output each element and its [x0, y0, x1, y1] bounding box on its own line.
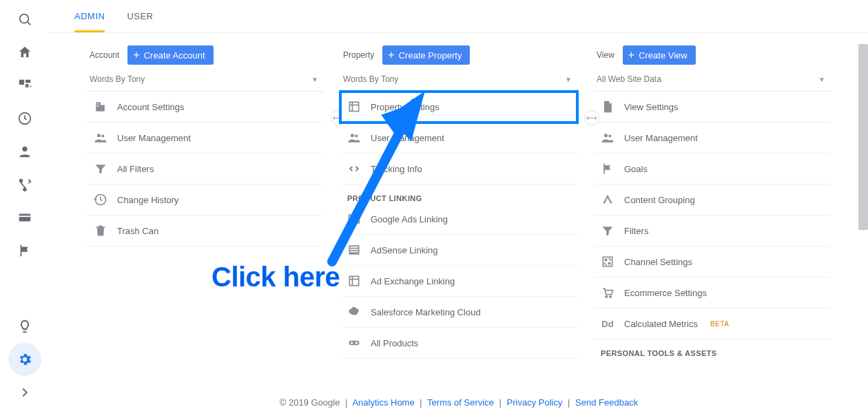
plus-icon: +: [388, 50, 394, 61]
account-selector-value: Words By Tony: [90, 74, 145, 84]
search-icon[interactable]: [8, 3, 41, 36]
collapse-pill-icon[interactable]: ⟷: [584, 110, 599, 125]
svg-line-1: [28, 22, 30, 25]
conversion-icon[interactable]: [8, 168, 41, 201]
people-icon: [601, 131, 614, 145]
user-management-item[interactable]: User Management: [340, 123, 577, 154]
tab-user[interactable]: USER: [127, 0, 153, 32]
footer-link-feedback[interactable]: Send Feedback: [575, 397, 638, 408]
create-property-button[interactable]: +Create Property: [382, 45, 470, 65]
svg-point-21: [351, 134, 354, 137]
svg-point-0: [20, 14, 29, 23]
salesforce-icon: [347, 305, 361, 319]
code-icon: [347, 162, 361, 176]
svg-rect-11: [19, 216, 31, 217]
user-management-item[interactable]: User Management: [87, 123, 324, 154]
people-icon: [94, 131, 107, 145]
account-column: Account +Create Account Words By Tony ▼ …: [87, 45, 324, 409]
adsense-icon: [347, 243, 361, 257]
svg-rect-13: [101, 105, 105, 112]
product-linking-heading: PRODUCT LINKING: [340, 185, 577, 204]
item-label: Ecommerce Settings: [624, 288, 707, 298]
filters-item[interactable]: Filters: [594, 216, 831, 247]
file-icon: [601, 100, 614, 114]
svg-rect-4: [25, 84, 29, 87]
change-history-item[interactable]: Change History: [87, 185, 324, 216]
all-products-item[interactable]: All Products: [340, 328, 577, 359]
footer: © 2019 Google | Analytics Home | Terms o…: [50, 393, 868, 408]
svg-rect-10: [19, 214, 31, 222]
person-icon[interactable]: [8, 135, 41, 168]
dd-icon: Dd: [601, 317, 614, 331]
create-account-label: Create Account: [144, 50, 205, 61]
create-account-button[interactable]: +Create Account: [127, 45, 213, 65]
footer-link-analytics-home[interactable]: Analytics Home: [352, 397, 414, 408]
history-icon: [94, 193, 107, 207]
account-selector[interactable]: Words By Tony ▼: [87, 70, 324, 92]
svg-text:+: +: [29, 83, 32, 90]
svg-point-38: [605, 259, 607, 261]
item-label: User Management: [117, 133, 191, 143]
caret-down-icon: ▼: [311, 76, 318, 83]
create-property-label: Create Property: [399, 50, 462, 61]
item-label: Ad Exchange Linking: [371, 276, 455, 286]
tracking-info-item[interactable]: Tracking Info: [340, 154, 577, 185]
clock-icon[interactable]: [8, 102, 41, 135]
home-icon[interactable]: [8, 36, 41, 69]
property-settings-item[interactable]: Property Settings: [340, 92, 577, 123]
channel-settings-item[interactable]: Channel Settings: [594, 247, 831, 277]
property-icon: [347, 100, 361, 114]
discover-icon[interactable]: [8, 310, 41, 343]
building-icon: [94, 100, 107, 114]
view-label: View: [597, 50, 614, 60]
people-icon: [347, 131, 361, 145]
adexchange-icon: [347, 274, 361, 288]
plus-icon: +: [133, 50, 139, 61]
ad-exchange-linking-item[interactable]: Ad Exchange Linking: [340, 266, 577, 297]
item-label: Calculated Metrics: [624, 319, 698, 329]
svg-rect-24: [351, 217, 353, 222]
property-selector[interactable]: Words By Tony ▼: [340, 70, 577, 92]
view-settings-item[interactable]: View Settings: [594, 92, 831, 123]
account-settings-item[interactable]: Account Settings: [87, 92, 324, 123]
footer-link-terms[interactable]: Terms of Service: [427, 397, 494, 408]
svg-point-22: [355, 134, 358, 137]
svg-rect-14: [97, 103, 99, 105]
dashboard-icon[interactable]: +: [8, 69, 41, 102]
calculated-metrics-item[interactable]: DdCalculated MetricsBETA: [594, 308, 831, 339]
svg-point-33: [351, 342, 353, 344]
card-icon[interactable]: [8, 201, 41, 234]
trash-can-item[interactable]: Trash Can: [87, 216, 324, 247]
user-management-item[interactable]: User Management: [594, 123, 831, 154]
trash-icon: [94, 224, 107, 238]
google-ads-linking-item[interactable]: Google Ads Linking: [340, 204, 577, 235]
view-selector[interactable]: All Web Site Data ▼: [594, 70, 831, 92]
salesforce-linking-item[interactable]: Salesforce Marketing Cloud: [340, 297, 577, 328]
svg-point-41: [610, 296, 612, 298]
footer-copyright: © 2019 Google: [280, 397, 340, 408]
create-view-button[interactable]: +Create View: [623, 45, 696, 65]
item-label: Account Settings: [117, 102, 185, 112]
svg-point-36: [608, 134, 611, 137]
svg-point-35: [604, 134, 608, 137]
footer-link-privacy[interactable]: Privacy Policy: [507, 397, 563, 408]
item-label: Trash Can: [117, 226, 158, 236]
item-label: User Management: [624, 133, 698, 143]
cart-icon: [601, 286, 614, 300]
svg-rect-15: [97, 105, 99, 107]
admin-icon[interactable]: [8, 343, 41, 376]
content-grouping-item[interactable]: Content Grouping: [594, 185, 831, 216]
svg-rect-37: [603, 257, 612, 266]
flag-icon[interactable]: [8, 234, 41, 267]
main: ADMIN USER Account +Create Account Words…: [50, 0, 868, 409]
ecommerce-settings-item[interactable]: Ecommerce Settings: [594, 277, 831, 308]
collapse-icon[interactable]: [8, 376, 41, 409]
item-label: User Management: [371, 133, 444, 143]
goals-item[interactable]: Goals: [594, 154, 831, 185]
scrollbar[interactable]: [858, 44, 868, 230]
svg-point-7: [22, 147, 27, 151]
item-label: View Settings: [624, 102, 679, 112]
tab-admin[interactable]: ADMIN: [74, 0, 105, 32]
adsense-linking-item[interactable]: AdSense Linking: [340, 235, 577, 266]
all-filters-item[interactable]: All Filters: [87, 154, 324, 185]
